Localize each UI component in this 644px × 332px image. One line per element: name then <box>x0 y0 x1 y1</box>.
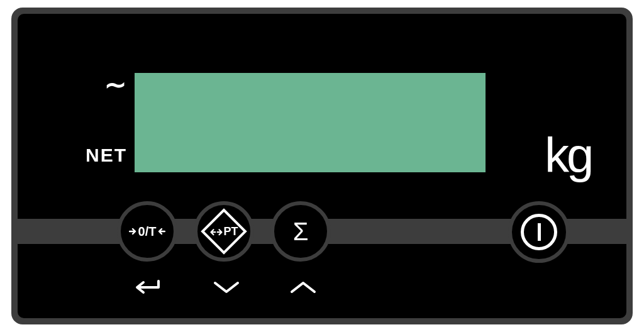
down-icon <box>209 275 244 301</box>
power-icon <box>521 214 557 250</box>
preset-tare-button[interactable]: PT <box>194 201 254 262</box>
arrow-left-in-icon <box>157 227 165 236</box>
up-icon <box>286 275 321 301</box>
zero-tare-text: 0/T <box>138 224 157 239</box>
lcd-display <box>135 73 486 172</box>
arrow-right-in-icon <box>129 227 138 236</box>
motion-indicator-icon: ∼ <box>104 72 126 98</box>
zero-tare-button[interactable]: 0/T <box>117 201 177 262</box>
sigma-icon: Σ <box>293 218 309 246</box>
power-button[interactable] <box>508 201 570 263</box>
device-bezel: ∼ NET kg 0/T <box>11 8 633 324</box>
arrow-right-icon <box>216 228 223 235</box>
net-indicator-label: NET <box>86 145 127 166</box>
enter-icon <box>130 275 165 301</box>
preset-tare-text: PT <box>223 225 238 238</box>
device-face: ∼ NET kg 0/T <box>18 14 626 318</box>
arrow-left-icon <box>209 228 216 235</box>
sum-button[interactable]: Σ <box>270 201 331 262</box>
diamond-icon: PT <box>201 208 247 255</box>
unit-label: kg <box>545 127 591 184</box>
